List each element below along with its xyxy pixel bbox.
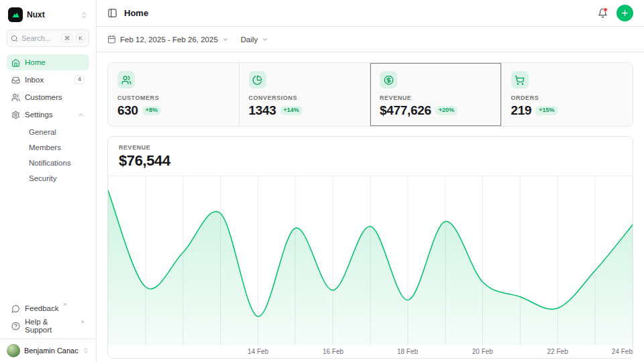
sidebar-item-home[interactable]: Home [7,54,89,70]
x-axis-label: 18 Feb [397,348,418,355]
sidebar-item-inbox[interactable]: Inbox 4 [7,72,89,88]
stat-value: 219 [511,103,532,118]
sidebar-item-label: Settings [25,111,53,119]
stat-orders[interactable]: ORDERS 219 +15% [502,63,633,126]
sidebar-item-customers[interactable]: Customers [7,89,89,105]
chart-pie-icon [249,71,266,88]
external-link-icon [62,302,67,307]
sidebar-item-label: Security [29,174,57,182]
chevron-up-icon [77,111,85,119]
granularity-select[interactable]: Daily [241,36,269,44]
settings-children: General Members Notifications Security [7,125,89,186]
calendar-icon [107,35,116,44]
x-axis-label: 22 Feb [547,348,568,355]
sidebar: Nuxt Search... ⌘ K Home [0,0,97,362]
inbox-count-badge: 4 [74,75,85,84]
search-input[interactable]: Search... ⌘ K [7,29,89,47]
revenue-chart-card: REVENUE $76,544 14 Feb16 Feb18 Feb20 Feb… [107,136,633,359]
search-placeholder: Search... [21,34,58,42]
date-range-picker[interactable]: Feb 12, 2025 - Feb 26, 2025 [107,35,229,44]
stat-value: 630 [117,103,138,118]
sidebar-nav: Home Inbox 4 Customers [7,54,89,186]
gear-icon [11,111,20,119]
home-icon [11,58,20,67]
nuxt-logo-icon [8,7,23,22]
stat-label: CONVERSIONS [249,95,361,101]
sidebar-item-label: Home [25,58,46,66]
sidebar-item-label: Notifications [29,159,71,167]
circle-dollar-icon [380,71,397,88]
granularity-label: Daily [241,36,258,44]
notifications-button[interactable] [598,8,608,18]
sidebar-item-notifications[interactable]: Notifications [25,156,89,170]
date-range-label: Feb 12, 2025 - Feb 26, 2025 [120,36,218,44]
stat-delta-badge: +8% [142,106,161,115]
search-icon [11,35,18,42]
stat-revenue[interactable]: REVENUE $477,626 +20% [370,63,502,126]
kbd-k: K [76,34,85,43]
stat-delta-badge: +15% [535,106,557,115]
feedback-link[interactable]: Feedback [7,300,89,316]
chart-header: REVENUE $76,544 [108,137,633,176]
user-name: Benjamin Canac [24,347,78,355]
stat-conversions[interactable]: CONVERSIONS 1343 +14% [239,63,371,126]
x-axis-label: 16 Feb [323,348,343,355]
sidebar-item-general[interactable]: General [25,125,89,139]
footer-link-label: Help & Support [25,318,76,334]
x-axis-label: 20 Feb [472,348,493,355]
avatar [7,344,20,357]
sidebar-item-label: Members [29,143,61,152]
stat-value: $477,626 [380,103,431,118]
main-panel: Home Feb 12, 2025 - Feb 26, 2025 [97,0,644,362]
user-menu[interactable]: Benjamin Canac [0,339,96,362]
users-icon [11,93,20,102]
notification-dot [603,7,608,12]
workspace-selector[interactable]: Nuxt [7,6,89,23]
stat-label: REVENUE [380,95,492,101]
chevron-down-icon [222,36,229,43]
page-title: Home [124,8,148,18]
help-circle-icon [11,322,20,330]
x-axis-label: 14 Feb [248,348,268,355]
inbox-icon [11,76,20,84]
workspace-name: Nuxt [27,10,76,19]
x-axis: 14 Feb16 Feb18 Feb20 Feb22 Feb24 Feb [108,348,633,357]
external-link-icon [80,320,85,324]
shopping-cart-icon [511,71,529,88]
chevrons-up-down-icon [83,347,89,354]
help-support-link[interactable]: Help & Support [7,318,89,334]
message-bubble-icon [11,304,20,313]
sidebar-item-label: Inbox [25,76,44,84]
chevrons-up-down-icon [80,11,88,19]
chart-total-value: $76,544 [119,152,622,170]
stat-value: 1343 [249,103,276,118]
stat-label: ORDERS [511,95,624,101]
collapse-sidebar-button[interactable] [107,8,117,18]
users-icon [117,71,135,88]
revenue-area-chart[interactable]: 14 Feb16 Feb18 Feb20 Feb22 Feb24 Feb [108,176,633,358]
dashboard-content: CUSTOMERS 630 +8% CONVERSIONS 1343 +14% [97,52,644,362]
stat-label: CUSTOMERS [117,95,229,101]
sidebar-footer: Feedback Help & Support [7,300,89,339]
chevron-down-icon [262,36,268,43]
sidebar-item-security[interactable]: Security [25,171,89,186]
footer-link-label: Feedback [25,304,59,312]
topbar: Home [97,0,644,27]
sidebar-item-label: Customers [25,93,62,101]
stat-delta-badge: +14% [280,106,303,115]
chart-title: REVENUE [119,144,622,151]
sidebar-item-settings[interactable]: Settings [7,107,89,123]
stats-grid: CUSTOMERS 630 +8% CONVERSIONS 1343 +14% [107,62,633,127]
sidebar-item-label: General [29,128,56,136]
sidebar-item-members[interactable]: Members [25,140,89,155]
filter-toolbar: Feb 12, 2025 - Feb 26, 2025 Daily [97,27,644,52]
stat-delta-badge: +20% [435,106,458,115]
kbd-cmd: ⌘ [62,34,73,43]
stat-customers[interactable]: CUSTOMERS 630 +8% [108,63,239,126]
chart-canvas [108,176,633,345]
x-axis-label: 24 Feb [612,348,633,355]
add-button[interactable] [616,5,633,21]
app-window: Nuxt Search... ⌘ K Home [0,0,644,362]
